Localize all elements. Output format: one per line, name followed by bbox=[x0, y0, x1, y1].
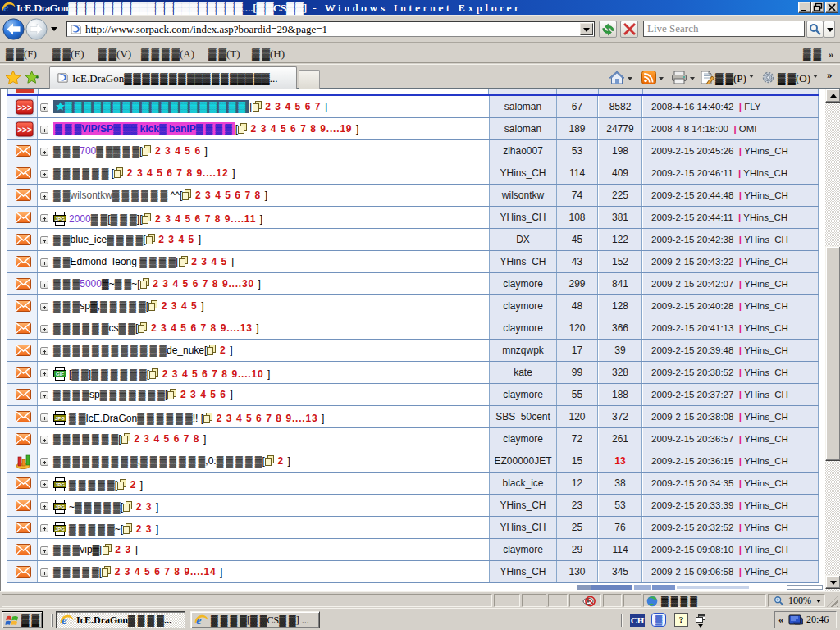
svg-text:GIF: GIF bbox=[56, 372, 64, 377]
svg-text:JPG: JPG bbox=[55, 482, 65, 487]
svg-text:JPG: JPG bbox=[55, 416, 65, 421]
svg-text:JPG: JPG bbox=[55, 217, 65, 221]
svg-text:JPG: JPG bbox=[55, 527, 65, 532]
svg-text:JPG: JPG bbox=[55, 504, 65, 509]
svg-text:>>>: >>> bbox=[17, 103, 32, 112]
svg-text:>>>: >>> bbox=[17, 126, 32, 135]
